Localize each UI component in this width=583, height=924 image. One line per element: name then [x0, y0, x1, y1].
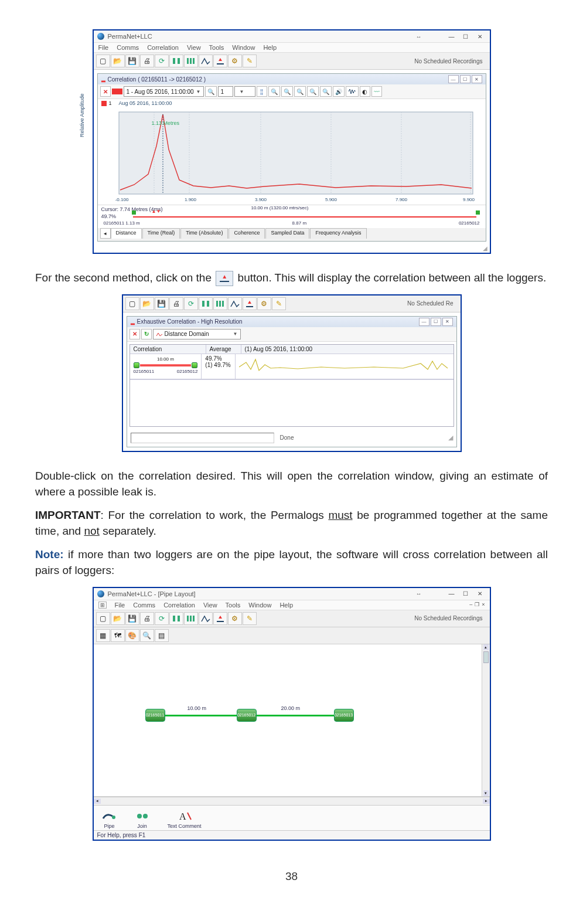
correlation-chart[interactable]: Relative Amplitude 1.13 Metres — [98, 107, 486, 205]
settings-icon[interactable]: ⚙ — [257, 297, 271, 310]
tab-frequency[interactable]: Frequency Analysis — [310, 228, 366, 239]
scroll-left-icon[interactable]: ◂ — [94, 799, 101, 804]
menu-tools[interactable]: Tools — [209, 44, 224, 51]
peak-graph-icon[interactable] — [199, 612, 213, 625]
zoom1-icon[interactable]: 🔍 — [268, 86, 280, 97]
waveform-icon[interactable] — [346, 86, 359, 97]
print-icon[interactable]: 🖨 — [169, 297, 183, 310]
menu-file[interactable]: File — [98, 44, 109, 51]
new-icon[interactable]: ▢ — [125, 297, 139, 310]
new-icon[interactable]: ▢ — [96, 612, 110, 625]
sub-maximize-button[interactable]: ☐ — [431, 318, 441, 326]
tab-sampled-data[interactable]: Sampled Data — [265, 228, 309, 239]
close-button[interactable]: ✕ — [473, 32, 486, 41]
correlate-all-icon[interactable] — [184, 612, 198, 625]
save-icon[interactable]: 💾 — [125, 55, 139, 67]
menu-help[interactable]: Help — [263, 44, 277, 51]
zoom-icon[interactable]: 🔍 — [140, 629, 154, 642]
zoom3-icon[interactable]: 🔍 — [294, 86, 306, 97]
close-item-icon[interactable]: ✕ — [129, 329, 140, 339]
open-icon[interactable]: 📂 — [140, 297, 154, 310]
mdi-icon[interactable]: ⊞ — [98, 602, 107, 609]
gauge-icon[interactable]: ◐ — [360, 86, 370, 97]
series-legend-icon[interactable] — [112, 89, 122, 94]
color-icon[interactable]: 🎨 — [125, 629, 139, 642]
recording-select[interactable]: 1 - Aug 05 2016, 11:00:00▼ — [124, 86, 204, 97]
drag-handle-icon[interactable]: ↔ — [416, 590, 422, 597]
filter-icon[interactable]: ¦¦ — [257, 86, 267, 97]
pipe-segment-2[interactable] — [246, 715, 340, 716]
edit-icon[interactable]: ✎ — [243, 612, 257, 625]
resize-grip-icon[interactable]: ◢ — [448, 434, 453, 441]
audio-icon[interactable]: 🔊 — [333, 86, 345, 97]
refresh-icon[interactable]: ⟳ — [155, 612, 169, 625]
peak-marker-icon[interactable]: ▲▼ — [152, 209, 161, 214]
sub-minimize-button[interactable]: — — [419, 318, 429, 326]
tab-time-absolute[interactable]: Time (Absolute) — [180, 228, 228, 239]
logger-node-3[interactable]: 02165013 — [334, 709, 354, 722]
zoom4-icon[interactable]: 🔍 — [307, 86, 319, 97]
menu-view[interactable]: View — [203, 602, 217, 609]
sub-close-button[interactable]: ✕ — [472, 75, 482, 83]
refresh-item-icon[interactable]: ↻ — [141, 329, 152, 339]
logger-node-2[interactable]: 02165012 — [237, 709, 257, 722]
correlate-all-icon[interactable] — [213, 297, 227, 310]
exhaustive-icon[interactable] — [213, 612, 227, 625]
pipe-segment-1[interactable] — [158, 715, 240, 716]
mdi-restore-icon[interactable]: ❐ — [475, 602, 479, 609]
freq-icon[interactable]: 〰 — [371, 86, 382, 97]
left-marker-icon[interactable] — [132, 210, 136, 215]
tab-scroll-left-icon[interactable]: ◂ — [100, 228, 111, 239]
peak-graph-icon[interactable] — [199, 55, 213, 67]
menu-tools[interactable]: Tools — [226, 602, 241, 609]
horizontal-scrollbar[interactable]: ◂ ▸ — [94, 797, 490, 805]
mdi-minimize-icon[interactable]: – — [469, 602, 472, 609]
map-icon[interactable]: 🗺 — [111, 629, 125, 642]
peak-graph-icon[interactable] — [228, 297, 242, 310]
count-input[interactable]: 1 — [218, 86, 233, 97]
correlate-all-icon[interactable] — [184, 55, 198, 67]
vertical-scrollbar[interactable]: ▴ ▾ — [482, 644, 490, 796]
scroll-thumb-v[interactable] — [483, 651, 489, 663]
sub-close-button[interactable]: ✕ — [442, 318, 453, 326]
maximize-button[interactable]: ☐ — [459, 589, 472, 599]
tool-pipe[interactable]: Pipe — [102, 810, 117, 829]
tab-time-real[interactable]: Time (Real) — [142, 228, 180, 239]
menu-comms[interactable]: Comms — [117, 44, 139, 51]
refresh-icon[interactable]: ⟳ — [155, 55, 169, 67]
save-icon[interactable]: 💾 — [155, 297, 169, 310]
correlate-pair-icon[interactable] — [169, 55, 183, 67]
close-button[interactable]: ✕ — [473, 589, 486, 599]
print-icon[interactable]: 🖨 — [140, 55, 154, 67]
sub-minimize-button[interactable]: — — [448, 75, 459, 83]
zoom-icon[interactable]: 🔍 — [205, 86, 217, 97]
open-icon[interactable]: 📂 — [111, 55, 125, 67]
exhaustive-icon[interactable] — [243, 297, 257, 310]
filter-select[interactable]: ▼ — [234, 86, 255, 97]
print-icon[interactable]: 🖨 — [140, 612, 154, 625]
logger-node-1[interactable]: 02165011 — [145, 709, 165, 722]
new-icon[interactable]: ▢ — [96, 55, 110, 67]
thumbnail-icon[interactable]: ▤ — [155, 629, 169, 642]
scroll-right-icon[interactable]: ▸ — [483, 799, 490, 804]
grid-icon[interactable]: ▦ — [96, 629, 110, 642]
menu-window[interactable]: Window — [232, 44, 255, 51]
minimize-button[interactable]: — — [445, 589, 458, 599]
edit-icon[interactable]: ✎ — [243, 55, 257, 67]
menu-correlation[interactable]: Correlation — [147, 44, 179, 51]
correlate-pair-icon[interactable] — [169, 612, 183, 625]
menu-correlation[interactable]: Correlation — [163, 602, 195, 609]
zoom5-icon[interactable]: 🔍 — [320, 86, 332, 97]
open-icon[interactable]: 📂 — [111, 612, 125, 625]
right-marker-icon[interactable] — [476, 210, 480, 215]
drag-handle-icon[interactable]: ↔ — [416, 33, 422, 40]
zoom2-icon[interactable]: 🔍 — [281, 86, 293, 97]
mdi-close-icon[interactable]: × — [482, 602, 485, 609]
settings-icon[interactable]: ⚙ — [228, 55, 242, 67]
scroll-up-icon[interactable]: ▴ — [483, 644, 489, 650]
minimize-button[interactable]: — — [445, 32, 458, 41]
menu-file[interactable]: File — [115, 602, 125, 609]
menu-help[interactable]: Help — [279, 602, 293, 609]
tool-join[interactable]: Join — [135, 810, 150, 829]
delete-icon[interactable]: ✕ — [100, 86, 111, 97]
